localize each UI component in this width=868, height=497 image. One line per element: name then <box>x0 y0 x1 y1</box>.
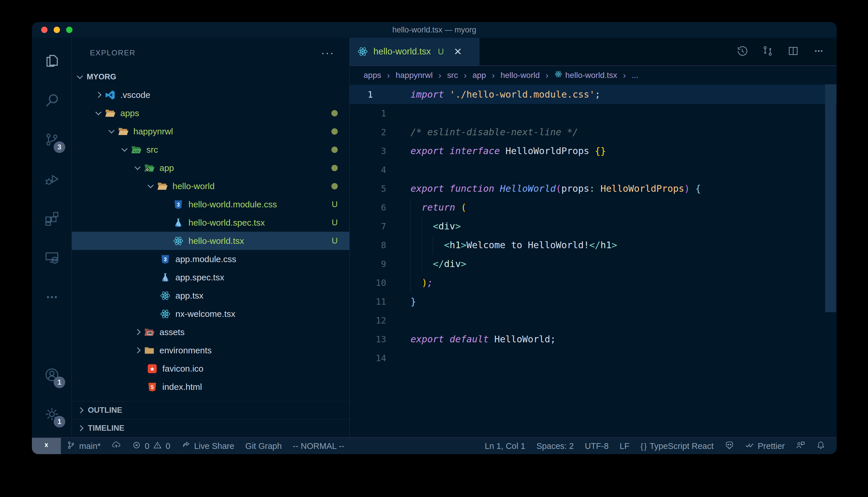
tree-item-app.module.css[interactable]: 3app.module.css <box>72 250 349 268</box>
breadcrumb-hello-world.tsx[interactable]: hello-world.tsx <box>554 70 617 80</box>
tree-item-label: favicon.ico <box>162 364 204 374</box>
status-label: Git Graph <box>245 441 282 451</box>
activity-run-debug[interactable] <box>32 160 72 199</box>
tree-item-favicon.ico[interactable]: ★favicon.ico <box>72 359 349 378</box>
code-line-content: export default HelloWorld; <box>386 330 837 349</box>
code-line-5: 4 <box>350 160 837 179</box>
tree-item-label: app.module.css <box>175 254 236 264</box>
editor-action-more-actions[interactable] <box>813 45 825 58</box>
status-vim-mode[interactable]: -- NORMAL -- <box>287 438 350 454</box>
status-label: Ln 1, Col 1 <box>485 441 525 451</box>
activity-settings[interactable]: 1 <box>32 395 72 435</box>
line-number: 5 <box>350 179 386 198</box>
editor-actions <box>736 38 837 66</box>
more-icon <box>44 289 60 306</box>
status-notifications[interactable] <box>811 438 831 454</box>
breadcrumb-src[interactable]: src <box>447 71 458 80</box>
indent-guide <box>411 236 411 255</box>
section-header-myorg[interactable]: MYORG <box>72 68 349 86</box>
editor-scrollbar[interactable] <box>825 85 836 312</box>
tree-item-label: hello-world.tsx <box>189 236 244 246</box>
code-line-content: import './hello-world.module.css'; <box>386 85 837 104</box>
line-number: 4 <box>350 160 386 179</box>
tree-item-app[interactable]: app <box>72 159 349 177</box>
window-title: hello-world.tsx — myorg <box>392 26 476 34</box>
activity-remote-explorer[interactable] <box>32 239 72 278</box>
status-language-mode[interactable]: { }TypeScript React <box>635 438 719 454</box>
status-git-graph[interactable]: Git Graph <box>240 438 287 454</box>
tree-item-environments[interactable]: environments <box>72 341 349 359</box>
breadcrumb-label: src <box>447 71 458 80</box>
status-eol[interactable]: LF <box>614 438 635 454</box>
activity-accounts[interactable]: 1 <box>32 356 72 395</box>
line-number: 13 <box>350 330 386 349</box>
tree-item-hello-world.module.css[interactable]: 3hello-world.module.cssU <box>72 195 349 213</box>
status-cursor-position[interactable]: Ln 1, Col 1 <box>479 438 531 454</box>
tab-label: hello-world.tsx <box>373 46 431 57</box>
breadcrumb-apps[interactable]: apps <box>363 71 381 80</box>
vscode-window: hello-world.tsx — myorg 3 11 EXPLORER ··… <box>32 22 837 454</box>
breadcrumb-hello-world[interactable]: hello-world <box>500 71 539 80</box>
breadcrumb-happynrwl[interactable]: happynrwl <box>396 71 433 80</box>
activity-more[interactable] <box>32 278 72 317</box>
activity-bar: 3 11 <box>32 38 72 437</box>
code-line-9: 8 <h1>Welcome to HelloWorld!</h1> <box>350 236 837 255</box>
tree-item-app.tsx[interactable]: app.tsx <box>72 286 349 305</box>
tree-item-label: nx-welcome.tsx <box>175 309 235 319</box>
tab-hello-world-tsx[interactable]: hello-world.tsx U ✕ <box>350 38 480 66</box>
breadcrumb-separator-icon: › <box>387 70 390 80</box>
tree-item-apps[interactable]: apps <box>72 104 349 122</box>
breadcrumb-label: happynrwl <box>396 71 433 80</box>
activity-source-control[interactable]: 3 <box>32 120 72 160</box>
code-line-13: 12 <box>350 311 837 330</box>
tree-item-happynrwl[interactable]: happynrwl <box>72 122 349 141</box>
status-indentation[interactable]: Spaces: 2 <box>531 438 579 454</box>
tree-item-index.html[interactable]: 5index.html <box>72 378 349 396</box>
activity-explorer[interactable] <box>32 42 72 81</box>
traffic-lights <box>41 22 72 38</box>
tab-close-button[interactable]: ✕ <box>454 46 462 57</box>
panel-outline[interactable]: OUTLINE <box>72 401 349 419</box>
breadcrumb-label: app <box>472 71 486 80</box>
tree-item-hello-world[interactable]: hello-world <box>72 177 349 195</box>
close-window-button[interactable] <box>41 27 47 33</box>
tree-item-.vscode[interactable]: .vscode <box>72 86 349 104</box>
vscode-icon <box>105 89 116 100</box>
status-sync-changes[interactable] <box>106 438 126 454</box>
breadcrumb-...[interactable]: ... <box>632 71 638 80</box>
editor-action-history[interactable] <box>736 45 748 58</box>
editor-action-compare-changes[interactable] <box>762 45 773 58</box>
tree-item-src[interactable]: </>src <box>72 141 349 159</box>
tree-item-assets[interactable]: assets <box>72 323 349 341</box>
code-editor[interactable]: 1import './hello-world.module.css';12/* … <box>350 85 837 437</box>
tree-item-app.spec.tsx[interactable]: TSapp.spec.tsx <box>72 268 349 286</box>
line-number: 10 <box>350 273 386 292</box>
status-live-share[interactable]: Live Share <box>176 438 240 454</box>
status-remote-indicator[interactable] <box>32 438 61 454</box>
svg-text:★: ★ <box>150 366 155 372</box>
activity-search[interactable] <box>32 81 72 120</box>
code-line-content <box>386 349 837 368</box>
status-git-branch[interactable]: main* <box>61 438 106 454</box>
tree-item-hello-world.spec.tsx[interactable]: TShello-world.spec.tsxU <box>72 213 349 232</box>
error-icon <box>132 441 141 452</box>
status-problems[interactable]: 00 <box>126 438 176 454</box>
tree-item-nx-welcome.tsx[interactable]: nx-welcome.tsx <box>72 305 349 323</box>
history-icon <box>736 45 748 58</box>
sidebar-panels: OUTLINETIMELINE <box>72 401 349 437</box>
status-feedback[interactable] <box>790 438 811 454</box>
status-octoface[interactable] <box>719 438 740 454</box>
breadcrumb-app[interactable]: app <box>472 71 486 80</box>
explorer-more-button[interactable]: ··· <box>321 46 334 59</box>
minimize-window-button[interactable] <box>54 27 60 33</box>
zoom-window-button[interactable] <box>66 27 72 33</box>
tab-bar: hello-world.tsx U ✕ <box>350 38 837 66</box>
panel-timeline[interactable]: TIMELINE <box>72 419 349 437</box>
activity-extensions[interactable] <box>32 199 72 239</box>
status-prettier[interactable]: Prettier <box>740 438 790 454</box>
editor-action-split-editor[interactable] <box>787 45 799 58</box>
status-encoding[interactable]: UTF-8 <box>579 438 614 454</box>
git-untracked-badge: U <box>332 236 338 246</box>
chevron-right-icon <box>78 425 83 431</box>
tree-item-hello-world.tsx[interactable]: hello-world.tsxU <box>72 232 349 250</box>
